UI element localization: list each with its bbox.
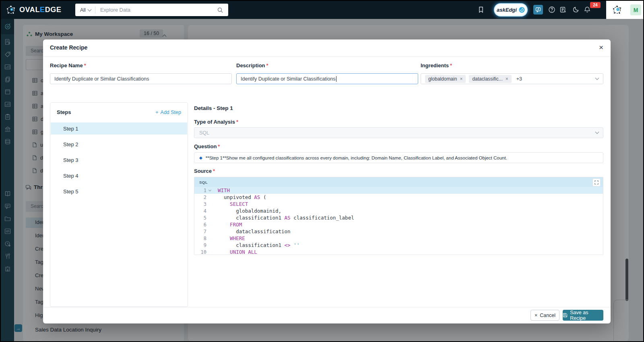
required-mark: * xyxy=(213,168,215,174)
cancel-button[interactable]: ×Cancel xyxy=(530,310,559,321)
code-line: 2 unpivoted AS ( xyxy=(194,194,603,201)
ovaledge-logo-icon xyxy=(6,5,16,15)
divider xyxy=(43,56,611,57)
step-item[interactable]: Step 1 xyxy=(51,122,187,135)
code-text: WHERE xyxy=(218,235,245,241)
brand-wordmark: OVALEDGE xyxy=(19,6,62,14)
code-text: WITH xyxy=(218,187,230,193)
code-text: classification1 <> '' xyxy=(218,242,299,248)
chat-arrow-icon xyxy=(535,7,541,12)
line-number: 7 xyxy=(194,229,206,234)
details-title: Details - Step 1 xyxy=(194,105,233,111)
fold-chevron-icon[interactable] xyxy=(206,190,213,191)
ingredients-label: Ingredients* xyxy=(421,62,452,68)
search-input[interactable]: Explore Data xyxy=(95,7,217,13)
code-text: unpivoted AS ( xyxy=(218,194,266,200)
editor-header: SQL xyxy=(194,177,603,187)
line-number: 1 xyxy=(194,188,206,193)
account-panel: M xyxy=(606,1,643,19)
recipe-name-input[interactable]: Identify Duplicate or Similar Classifica… xyxy=(50,73,232,84)
global-search[interactable]: All Explore Data xyxy=(75,4,228,16)
code-text: classification1 AS classification_label xyxy=(218,215,354,221)
recipe-name-label: Recipe Name* xyxy=(50,62,86,68)
askedgi-button[interactable]: askEdgi xyxy=(495,4,527,16)
question-label: Question* xyxy=(194,143,220,149)
feedback-icon[interactable] xyxy=(559,6,567,13)
line-number: 4 xyxy=(194,208,206,214)
modal-title: Create Recipe xyxy=(50,44,87,51)
expand-icon xyxy=(594,180,599,184)
code-text: UNION ALL xyxy=(218,249,257,255)
line-number: 8 xyxy=(194,236,206,241)
steps-title: Steps xyxy=(57,109,71,115)
diamond-bullet-icon: ◆ xyxy=(199,155,202,160)
ovaledge-mini-logo-icon xyxy=(612,5,622,15)
code-line: 4 globaldomainid, xyxy=(194,207,603,214)
type-of-analysis-label: Type of Analysis* xyxy=(194,119,238,125)
code-line: 7 dataclassification xyxy=(194,228,603,235)
required-mark: * xyxy=(450,62,452,68)
brand[interactable]: OVALEDGE xyxy=(6,1,62,19)
description-input[interactable]: Identify Duplicate or Similar Classifica… xyxy=(236,73,418,84)
chip-label: dataclassific... xyxy=(472,76,502,82)
dark-mode-icon[interactable] xyxy=(573,6,580,13)
step-item[interactable]: Step 4 xyxy=(51,170,187,182)
code-text: FROM xyxy=(218,222,242,228)
chevron-down-icon xyxy=(595,130,599,134)
remove-chip-icon[interactable]: × xyxy=(506,76,508,82)
bookmark-icon[interactable] xyxy=(477,6,485,13)
chevron-down-icon xyxy=(595,76,599,80)
create-recipe-modal: Create Recipe × Recipe Name* Description… xyxy=(43,39,611,323)
search-scope-dropdown[interactable]: All xyxy=(80,7,95,13)
required-mark: * xyxy=(218,143,220,149)
code-text: SELECT xyxy=(218,201,248,207)
step-item[interactable]: Step 5 xyxy=(51,185,187,197)
step-item[interactable]: Step 3 xyxy=(51,154,187,166)
search-icon xyxy=(217,7,223,13)
sql-editor[interactable]: SQL 1WITH2 unpivoted AS (3 SELECT4 globa… xyxy=(194,177,603,255)
code-line: 9 classification1 <> '' xyxy=(194,242,603,249)
code-line: 5 classification1 AS classification_labe… xyxy=(194,214,603,221)
save-icon xyxy=(563,313,568,318)
code-line: 10 UNION ALL xyxy=(194,249,603,255)
ingredient-chip: globaldomain× xyxy=(425,75,466,83)
source-label: Source* xyxy=(194,168,215,174)
askedgi-icon xyxy=(519,7,525,13)
editor-language-label: SQL xyxy=(199,180,208,184)
more-chips-count[interactable]: +3 xyxy=(516,76,522,82)
expand-editor-button[interactable] xyxy=(592,178,601,187)
help-icon[interactable] xyxy=(548,6,555,13)
avatar[interactable]: M xyxy=(630,4,641,15)
required-mark: * xyxy=(84,62,86,68)
line-number: 3 xyxy=(194,201,206,207)
required-mark: * xyxy=(266,62,268,68)
workspace-area: → My Workspace 16 / 50 Search oeaca_dagl… xyxy=(1,19,643,341)
close-icon[interactable]: × xyxy=(599,43,603,52)
notification-count-badge: 24 xyxy=(590,2,601,8)
close-icon: × xyxy=(535,313,537,318)
ingredients-select[interactable]: globaldomain×dataclassific...× +3 xyxy=(421,73,603,84)
add-step-button[interactable]: +Add Step xyxy=(155,110,181,115)
question-box[interactable]: ◆ **Step 1**Show me all configured class… xyxy=(194,152,603,163)
text-caret xyxy=(336,76,336,82)
step-item[interactable]: Step 2 xyxy=(51,138,187,150)
code-line: 8 WHERE xyxy=(194,235,603,242)
code-line: 6 FROM xyxy=(194,221,603,228)
type-of-analysis-select[interactable]: SQL xyxy=(194,127,603,138)
remove-chip-icon[interactable]: × xyxy=(460,76,462,82)
topbar: OVALEDGE All Explore Data askEdgi 24 xyxy=(1,1,643,19)
description-label: Description* xyxy=(236,62,268,68)
code-line: 3 SELECT xyxy=(194,201,603,207)
divider xyxy=(43,307,611,307)
chevron-down-icon xyxy=(87,7,91,11)
editor-code-area[interactable]: 1WITH2 unpivoted AS (3 SELECT4 globaldom… xyxy=(194,187,603,255)
question-text: **Step 1**Show me all configured classif… xyxy=(206,155,507,160)
line-number: 5 xyxy=(194,215,206,221)
steps-panel: Steps +Add Step Step 1Step 2Step 3Step 4… xyxy=(50,102,188,307)
line-number: 10 xyxy=(194,249,206,255)
chip-label: globaldomain xyxy=(428,76,457,82)
required-mark: * xyxy=(236,119,238,125)
line-number: 6 xyxy=(194,222,206,228)
save-as-recipe-button[interactable]: Save as Recipe xyxy=(563,310,603,321)
share-chat-button[interactable] xyxy=(533,5,543,15)
